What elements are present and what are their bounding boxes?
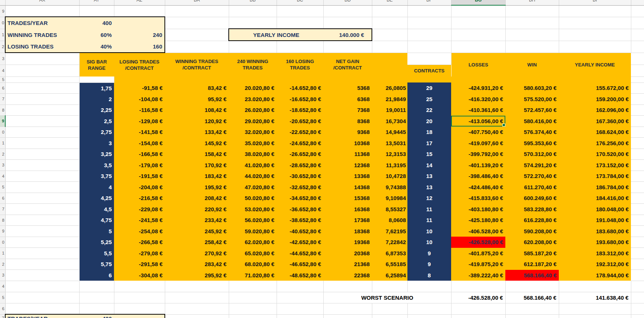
cell-contracts[interactable]: 10 (407, 226, 451, 237)
cell-empty[interactable] (277, 292, 323, 303)
cell-240-winning-trades[interactable]: 20.020,80 € (229, 82, 277, 94)
cell-empty[interactable] (5, 281, 79, 292)
row-header[interactable]: 9 (0, 5, 5, 17)
cell-ratio[interactable]: 9,74388 (372, 182, 407, 193)
cell-losing-trades-contract[interactable]: -104,08 € (114, 94, 165, 105)
cell-empty[interactable] (631, 17, 644, 29)
cell-ratio[interactable]: 10,4728 (372, 171, 407, 182)
cell-win[interactable]: 595.353,60 € (505, 138, 559, 149)
cell-empty[interactable] (372, 5, 407, 17)
cell-net-gain-contract[interactable]: 7368 (323, 105, 372, 116)
cell-empty[interactable] (559, 5, 631, 17)
cell-losses[interactable]: -416.320,00 € (451, 94, 505, 105)
cell-yearly-income[interactable]: 167.360,00 € (559, 116, 631, 127)
cell-empty[interactable] (559, 29, 631, 41)
cell-yearly-income[interactable]: 183.680,00 € (559, 226, 631, 237)
select-all-corner[interactable] (0, 0, 5, 5)
cell-net-gain-contract[interactable]: 6368 (323, 94, 372, 105)
cell-empty[interactable] (505, 41, 559, 53)
cell-losing-trades-contract[interactable]: -279,08 € (114, 248, 165, 259)
cell-winning-trades-contract[interactable]: 183,42 € (165, 171, 229, 182)
cell-160-losing-trades[interactable]: -38.652,80 € (277, 215, 323, 226)
cell-empty[interactable] (277, 281, 323, 292)
column-header[interactable]: BE (372, 0, 407, 5)
cell-net-gain-contract[interactable]: 9368 (323, 127, 372, 138)
cell-yearly-income[interactable]: 176.256,00 € (559, 138, 631, 149)
cell-losses[interactable]: -407.750,40 € (451, 127, 505, 138)
cell-empty[interactable] (372, 17, 407, 29)
cell-sig-bar-range[interactable]: 4,5 (79, 204, 114, 215)
cell-empty[interactable] (165, 17, 229, 29)
cell-net-gain-contract[interactable]: 19368 (323, 237, 372, 248)
row-header[interactable]: 6 (0, 82, 5, 94)
cell-losses[interactable]: -425.180,80 € (451, 215, 505, 226)
cell-empty[interactable] (229, 41, 277, 53)
cell-240-winning-trades[interactable]: 29.020,80 € (229, 116, 277, 127)
cell-sig-bar-range[interactable]: 3 (79, 138, 114, 149)
cell-160-losing-trades[interactable]: -14.652,80 € (277, 82, 323, 94)
cell-winning-trades-contract[interactable]: 145,92 € (165, 138, 229, 149)
cell-yearly-income-value[interactable]: 140.000 € (323, 29, 372, 41)
cell-blank-gold[interactable] (114, 77, 631, 82)
cell-losses[interactable]: -401.875,20 € (451, 248, 505, 259)
cell-trades-year-label[interactable]: TRADES/YEAR (5, 17, 79, 29)
cell-160-losing-trades[interactable]: -42.652,80 € (277, 237, 323, 248)
cell-240-winning-trades[interactable]: 62.020,80 € (229, 237, 277, 248)
cell-240-winning-trades[interactable]: 38.020,80 € (229, 149, 277, 160)
cell-trades-year-value-2[interactable]: 400 (79, 314, 114, 318)
row-header[interactable]: 3 (0, 160, 5, 171)
cell-losing-trades-count[interactable]: 160 (114, 41, 165, 53)
row-header[interactable]: 7 (0, 94, 5, 105)
cell-blank-gold[interactable] (372, 53, 407, 77)
cell-empty[interactable] (323, 41, 372, 53)
cell-win[interactable]: 575.520,00 € (505, 94, 559, 105)
cell-empty[interactable] (451, 281, 505, 292)
cell-160-losing-trades[interactable]: -18.652,80 € (277, 105, 323, 116)
cell-240-winning-trades[interactable]: 71.020,80 € (229, 270, 277, 281)
cell-net-gain-contract[interactable]: 16368 (323, 204, 372, 215)
cell-winning-trades-pct[interactable]: 60% (79, 29, 114, 41)
cell-empty[interactable] (5, 77, 79, 82)
cell-empty[interactable] (5, 5, 79, 17)
cell-contracts[interactable]: 29 (407, 82, 451, 94)
cell-net-gain-contract[interactable]: 8368 (323, 116, 372, 127)
row-header[interactable]: 8 (0, 105, 5, 116)
cell-losing-trades-label[interactable]: LOSING TRADES (5, 41, 79, 53)
cell-contracts[interactable]: 17 (407, 138, 451, 149)
cell-240-winning-trades[interactable]: 53.020,80 € (229, 204, 277, 215)
cell-empty[interactable] (407, 29, 451, 41)
cell-yearly-income[interactable]: 173.152,00 € (559, 160, 631, 171)
cell-empty[interactable] (5, 292, 79, 303)
cell-160-losing-trades[interactable]: -28.652,80 € (277, 160, 323, 171)
cell-losing-trades-contract[interactable]: -254,08 € (114, 226, 165, 237)
cell-empty[interactable] (229, 5, 277, 17)
cell-winning-trades-contract[interactable]: 158,42 € (165, 149, 229, 160)
cell-net-gain-contract[interactable]: 5368 (323, 82, 372, 94)
cell-empty[interactable] (631, 65, 644, 77)
cell-empty[interactable] (451, 41, 505, 53)
row-header[interactable]: 4 (0, 171, 5, 182)
cell-contracts[interactable]: 14 (407, 160, 451, 171)
cell-empty[interactable] (5, 248, 79, 259)
cell-winning-trades-contract[interactable]: 95,92 € (165, 94, 229, 105)
row-header[interactable]: 3 (0, 270, 5, 281)
cell-sig-bar-range[interactable]: 2,75 (79, 127, 114, 138)
cell-empty[interactable] (277, 303, 323, 314)
cell-ratio[interactable]: 14,9445 (372, 127, 407, 138)
cell-empty[interactable] (631, 314, 644, 318)
cell-empty[interactable] (5, 94, 79, 105)
column-header[interactable]: AY (79, 0, 114, 5)
cell-empty[interactable] (165, 281, 229, 292)
cell-ratio[interactable]: 13,5031 (372, 138, 407, 149)
cell-losses[interactable]: -415.833,60 € (451, 193, 505, 204)
cell-yearly-income[interactable]: 162.096,00 € (559, 105, 631, 116)
cell-empty[interactable] (5, 105, 79, 116)
cell-empty[interactable] (505, 303, 559, 314)
cell-empty[interactable] (5, 259, 79, 270)
column-header[interactable]: AX (5, 0, 79, 5)
cell-empty[interactable] (114, 314, 165, 318)
row-header[interactable]: 4 (0, 281, 5, 292)
cell-empty[interactable] (165, 314, 229, 318)
cell-winning-trades-contract[interactable]: 83,42 € (165, 82, 229, 94)
cell-ratio[interactable]: 21,9849 (372, 94, 407, 105)
